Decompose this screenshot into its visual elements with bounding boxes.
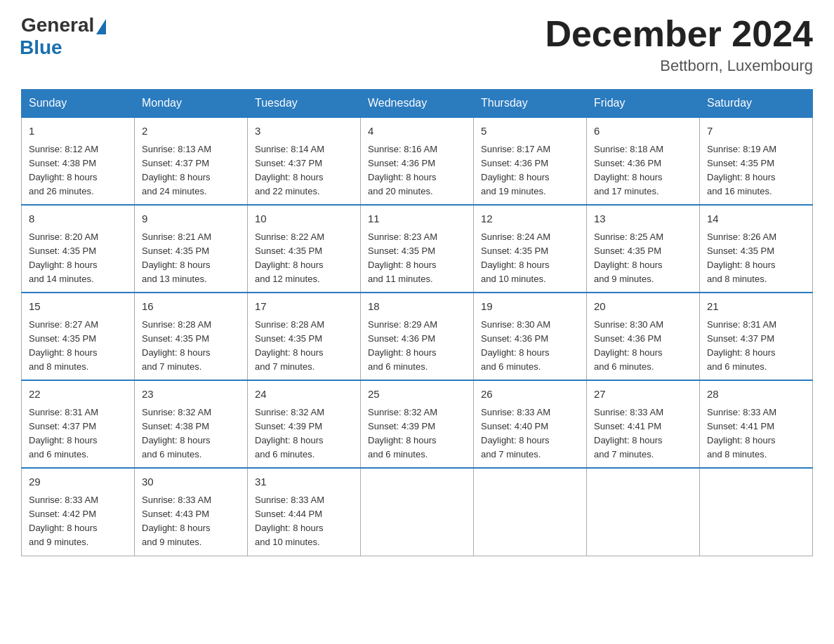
day-number: 7 [707,123,805,140]
day-cell: 29Sunrise: 8:33 AMSunset: 4:42 PMDayligh… [22,468,135,556]
day-number: 9 [142,211,240,227]
day-number: 5 [481,123,579,140]
day-cell: 20Sunrise: 8:30 AMSunset: 4:36 PMDayligh… [587,293,700,380]
day-info: Sunrise: 8:31 AMSunset: 4:37 PMDaylight:… [707,318,805,375]
day-cell: 2Sunrise: 8:13 AMSunset: 4:37 PMDaylight… [135,117,248,205]
logo-blue-text: Blue [20,36,62,59]
day-info: Sunrise: 8:33 AMSunset: 4:41 PMDaylight:… [707,405,805,462]
day-number: 12 [481,211,579,227]
logo-top: General [21,14,106,36]
day-info: Sunrise: 8:33 AMSunset: 4:42 PMDaylight:… [29,493,127,550]
day-number: 27 [594,387,692,403]
day-info: Sunrise: 8:32 AMSunset: 4:38 PMDaylight:… [142,405,240,462]
day-info: Sunrise: 8:31 AMSunset: 4:37 PMDaylight:… [29,405,127,462]
calendar-table: SundayMondayTuesdayWednesdayThursdayFrid… [21,89,813,556]
day-info: Sunrise: 8:30 AMSunset: 4:36 PMDaylight:… [594,318,692,375]
day-cell: 31Sunrise: 8:33 AMSunset: 4:44 PMDayligh… [248,468,361,556]
day-cell: 26Sunrise: 8:33 AMSunset: 4:40 PMDayligh… [474,380,587,468]
day-cell [474,468,587,556]
header-wednesday: Wednesday [361,90,474,118]
day-number: 21 [707,299,805,315]
day-cell: 10Sunrise: 8:22 AMSunset: 4:35 PMDayligh… [248,205,361,293]
day-number: 16 [142,299,240,315]
page-header: General Blue December 2024 Bettborn, Lux… [21,14,813,75]
week-row-4: 22Sunrise: 8:31 AMSunset: 4:37 PMDayligh… [22,380,813,468]
header-sunday: Sunday [22,90,135,118]
day-info: Sunrise: 8:19 AMSunset: 4:35 PMDaylight:… [707,142,805,199]
day-number: 23 [142,387,240,403]
day-number: 30 [142,474,240,490]
week-row-1: 1Sunrise: 8:12 AMSunset: 4:38 PMDaylight… [22,117,813,205]
day-info: Sunrise: 8:28 AMSunset: 4:35 PMDaylight:… [142,318,240,375]
day-cell: 25Sunrise: 8:32 AMSunset: 4:39 PMDayligh… [361,380,474,468]
day-cell: 14Sunrise: 8:26 AMSunset: 4:35 PMDayligh… [700,205,813,293]
day-number: 10 [255,211,353,227]
logo-triangle-icon [96,19,106,34]
day-cell: 23Sunrise: 8:32 AMSunset: 4:38 PMDayligh… [135,380,248,468]
day-info: Sunrise: 8:33 AMSunset: 4:43 PMDaylight:… [142,493,240,550]
day-info: Sunrise: 8:27 AMSunset: 4:35 PMDaylight:… [29,318,127,375]
day-cell: 8Sunrise: 8:20 AMSunset: 4:35 PMDaylight… [22,205,135,293]
day-number: 14 [707,211,805,227]
day-info: Sunrise: 8:32 AMSunset: 4:39 PMDaylight:… [255,405,353,462]
day-info: Sunrise: 8:24 AMSunset: 4:35 PMDaylight:… [481,230,579,287]
header-saturday: Saturday [700,90,813,118]
day-info: Sunrise: 8:33 AMSunset: 4:40 PMDaylight:… [481,405,579,462]
day-number: 13 [594,211,692,227]
day-info: Sunrise: 8:12 AMSunset: 4:38 PMDaylight:… [29,142,127,199]
month-title: December 2024 [545,14,813,54]
header-friday: Friday [587,90,700,118]
day-cell: 6Sunrise: 8:18 AMSunset: 4:36 PMDaylight… [587,117,700,205]
day-number: 24 [255,387,353,403]
day-info: Sunrise: 8:18 AMSunset: 4:36 PMDaylight:… [594,142,692,199]
week-row-2: 8Sunrise: 8:20 AMSunset: 4:35 PMDaylight… [22,205,813,293]
logo-general-text: General [21,14,94,36]
day-cell: 13Sunrise: 8:25 AMSunset: 4:35 PMDayligh… [587,205,700,293]
day-cell: 7Sunrise: 8:19 AMSunset: 4:35 PMDaylight… [700,117,813,205]
day-number: 26 [481,387,579,403]
day-info: Sunrise: 8:25 AMSunset: 4:35 PMDaylight:… [594,230,692,287]
day-cell: 1Sunrise: 8:12 AMSunset: 4:38 PMDaylight… [22,117,135,205]
day-info: Sunrise: 8:23 AMSunset: 4:35 PMDaylight:… [368,230,466,287]
day-info: Sunrise: 8:13 AMSunset: 4:37 PMDaylight:… [142,142,240,199]
day-info: Sunrise: 8:16 AMSunset: 4:36 PMDaylight:… [368,142,466,199]
day-number: 18 [368,299,466,315]
day-cell: 21Sunrise: 8:31 AMSunset: 4:37 PMDayligh… [700,293,813,380]
day-cell [361,468,474,556]
day-number: 1 [29,123,127,140]
header-thursday: Thursday [474,90,587,118]
day-number: 19 [481,299,579,315]
day-cell: 5Sunrise: 8:17 AMSunset: 4:36 PMDaylight… [474,117,587,205]
day-cell: 15Sunrise: 8:27 AMSunset: 4:35 PMDayligh… [22,293,135,380]
day-info: Sunrise: 8:33 AMSunset: 4:41 PMDaylight:… [594,405,692,462]
day-info: Sunrise: 8:20 AMSunset: 4:35 PMDaylight:… [29,230,127,287]
day-cell: 28Sunrise: 8:33 AMSunset: 4:41 PMDayligh… [700,380,813,468]
day-cell: 9Sunrise: 8:21 AMSunset: 4:35 PMDaylight… [135,205,248,293]
day-cell: 19Sunrise: 8:30 AMSunset: 4:36 PMDayligh… [474,293,587,380]
location-subtitle: Bettborn, Luxembourg [545,57,813,75]
day-cell: 12Sunrise: 8:24 AMSunset: 4:35 PMDayligh… [474,205,587,293]
day-info: Sunrise: 8:21 AMSunset: 4:35 PMDaylight:… [142,230,240,287]
day-number: 4 [368,123,466,140]
day-cell: 24Sunrise: 8:32 AMSunset: 4:39 PMDayligh… [248,380,361,468]
day-number: 17 [255,299,353,315]
day-info: Sunrise: 8:28 AMSunset: 4:35 PMDaylight:… [255,318,353,375]
day-info: Sunrise: 8:17 AMSunset: 4:36 PMDaylight:… [481,142,579,199]
day-info: Sunrise: 8:14 AMSunset: 4:37 PMDaylight:… [255,142,353,199]
header-monday: Monday [135,90,248,118]
day-info: Sunrise: 8:30 AMSunset: 4:36 PMDaylight:… [481,318,579,375]
day-number: 2 [142,123,240,140]
day-info: Sunrise: 8:33 AMSunset: 4:44 PMDaylight:… [255,493,353,550]
day-number: 22 [29,387,127,403]
day-info: Sunrise: 8:32 AMSunset: 4:39 PMDaylight:… [368,405,466,462]
day-number: 11 [368,211,466,227]
day-cell: 30Sunrise: 8:33 AMSunset: 4:43 PMDayligh… [135,468,248,556]
day-number: 25 [368,387,466,403]
day-cell [700,468,813,556]
day-cell: 22Sunrise: 8:31 AMSunset: 4:37 PMDayligh… [22,380,135,468]
day-cell [587,468,700,556]
day-cell: 27Sunrise: 8:33 AMSunset: 4:41 PMDayligh… [587,380,700,468]
header-row: SundayMondayTuesdayWednesdayThursdayFrid… [22,90,813,118]
day-info: Sunrise: 8:26 AMSunset: 4:35 PMDaylight:… [707,230,805,287]
title-section: December 2024 Bettborn, Luxembourg [545,14,813,75]
